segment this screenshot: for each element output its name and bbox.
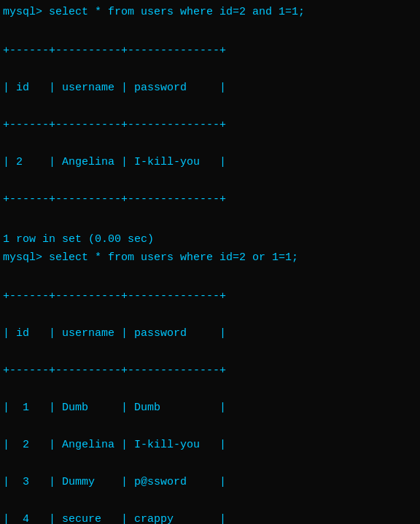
query1-line: mysql> select * from users where id=2 an… <box>3 6 417 18</box>
table1-row-0: | 2 | Angelina | I-kill-you | <box>3 156 417 168</box>
table2-border-top: +------+----------+--------------+ <box>3 290 417 302</box>
command1: select * from users where id=2 and 1=1; <box>49 6 305 18</box>
table2: +------+----------+--------------+ | id … <box>3 265 417 524</box>
table1-border-mid: +------+----------+--------------+ <box>3 119 417 131</box>
table2-row-0: | 1 | Dumb | Dumb | <box>3 402 417 414</box>
table1-border-top: +------+----------+--------------+ <box>3 44 417 57</box>
row-count1: 1 row in set (0.00 sec) <box>3 233 417 246</box>
table2-border-mid: +------+----------+--------------+ <box>3 364 417 377</box>
table2-row-2: | 3 | Dummy | p@ssword | <box>3 476 417 488</box>
prompt1: mysql> <box>3 6 49 18</box>
table1-border-bottom: +------+----------+--------------+ <box>3 193 417 206</box>
table2-row-3: | 4 | secure | crappy | <box>3 513 417 524</box>
terminal: mysql> select * from users where id=2 an… <box>3 6 417 524</box>
command2: select * from users where id=2 or 1=1; <box>49 251 298 264</box>
table2-header: | id | username | password | <box>3 327 417 340</box>
table1: +------+----------+--------------+ | id … <box>3 20 417 230</box>
table1-header: | id | username | password | <box>3 82 417 94</box>
prompt2: mysql> <box>3 251 49 264</box>
table2-row-1: | 2 | Angelina | I-kill-you | <box>3 439 417 451</box>
query2-line: mysql> select * from users where id=2 or… <box>3 251 417 264</box>
